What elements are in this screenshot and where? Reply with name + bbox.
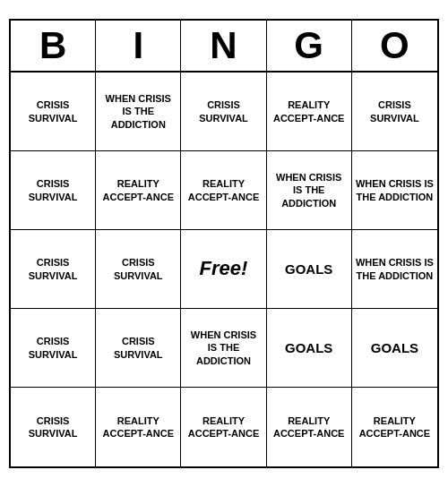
bingo-cell-4-1: REALITY ACCEPT-ANCE	[96, 388, 181, 466]
bingo-cell-2-1: CRISIS SURVIVAL	[96, 230, 181, 309]
bingo-cell-3-0: CRISIS SURVIVAL	[11, 309, 96, 388]
bingo-cell-3-4: GOALS	[352, 309, 437, 388]
bingo-cell-4-3: REALITY ACCEPT-ANCE	[267, 388, 352, 466]
bingo-cell-1-3: WHEN CRISIS IS THE ADDICTION	[267, 151, 352, 230]
bingo-cell-2-3: GOALS	[267, 230, 352, 309]
bingo-card: BINGO CRISIS SURVIVALWHEN CRISIS IS THE …	[9, 19, 439, 468]
bingo-grid: CRISIS SURVIVALWHEN CRISIS IS THE ADDICT…	[11, 73, 437, 466]
bingo-cell-1-2: REALITY ACCEPT-ANCE	[181, 151, 266, 230]
bingo-cell-2-4: WHEN CRISIS IS THE ADDICTION	[352, 230, 437, 309]
bingo-cell-0-4: CRISIS SURVIVAL	[352, 73, 437, 151]
bingo-cell-0-0: CRISIS SURVIVAL	[11, 73, 96, 151]
bingo-cell-0-2: CRISIS SURVIVAL	[181, 73, 266, 151]
bingo-cell-2-2: Free!	[181, 230, 266, 309]
bingo-cell-3-3: GOALS	[267, 309, 352, 388]
bingo-cell-0-3: REALITY ACCEPT-ANCE	[267, 73, 352, 151]
bingo-cell-4-0: CRISIS SURVIVAL	[11, 388, 96, 466]
bingo-letter-b: B	[11, 21, 96, 71]
bingo-cell-1-1: REALITY ACCEPT-ANCE	[96, 151, 181, 230]
bingo-cell-3-1: CRISIS SURVIVAL	[96, 309, 181, 388]
bingo-header: BINGO	[11, 21, 437, 73]
bingo-cell-1-0: CRISIS SURVIVAL	[11, 151, 96, 230]
bingo-letter-n: N	[181, 21, 266, 71]
bingo-cell-3-2: WHEN CRISIS IS THE ADDICTION	[181, 309, 266, 388]
bingo-cell-4-4: REALITY ACCEPT-ANCE	[352, 388, 437, 466]
bingo-letter-i: I	[96, 21, 181, 71]
bingo-cell-2-0: CRISIS SURVIVAL	[11, 230, 96, 309]
bingo-cell-1-4: WHEN CRISIS IS THE ADDICTION	[352, 151, 437, 230]
bingo-cell-4-2: REALITY ACCEPT-ANCE	[181, 388, 266, 466]
bingo-cell-0-1: WHEN CRISIS IS THE ADDICTION	[96, 73, 181, 151]
bingo-letter-g: G	[267, 21, 352, 71]
bingo-letter-o: O	[352, 21, 437, 71]
